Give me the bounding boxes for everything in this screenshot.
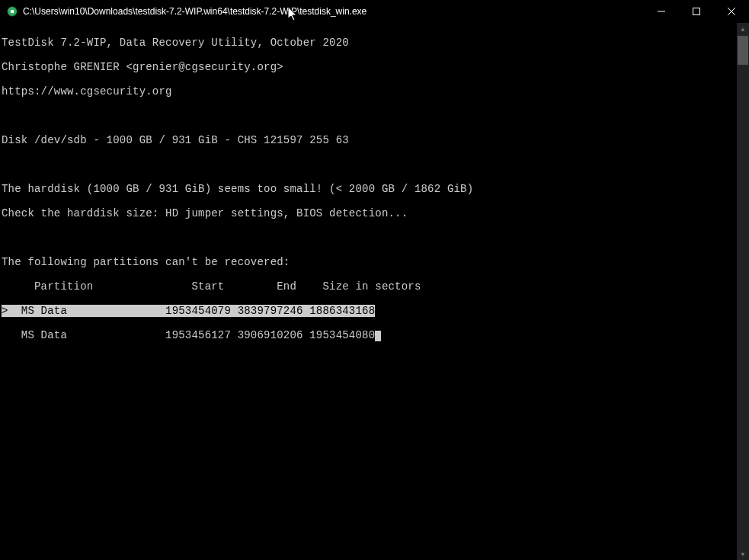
maximize-button[interactable] [679, 0, 714, 23]
partition-row[interactable]: MS Data 1953456127 3906910206 1953454080 [2, 329, 375, 341]
svg-rect-1 [11, 10, 14, 13]
minimize-button[interactable] [644, 0, 679, 23]
text-cursor [375, 331, 381, 341]
titlebar[interactable]: C:\Users\win10\Downloads\testdisk-7.2-WI… [0, 0, 749, 23]
window-controls [644, 0, 749, 23]
scrollbar-thumb[interactable] [738, 36, 748, 65]
disk-info-line: Disk /dev/sdb - 1000 GB / 931 GiB - CHS … [2, 134, 749, 146]
scrollbar-track[interactable]: ▲ ▼ [737, 23, 749, 560]
svg-rect-3 [693, 8, 700, 15]
warning-line-1: The harddisk (1000 GB / 931 GiB) seems t… [2, 183, 749, 195]
partitions-message: The following partitions can't be recove… [2, 256, 749, 268]
close-button[interactable] [714, 0, 749, 23]
warning-line-2: Check the harddisk size: HD jumper setti… [2, 207, 749, 219]
scrollbar-down-arrow[interactable]: ▼ [737, 548, 749, 560]
app-icon [6, 5, 18, 18]
url-line: https://www.cgsecurity.org [2, 85, 749, 98]
author-line: Christophe GRENIER <grenier@cgsecurity.o… [2, 61, 749, 73]
terminal-output: TestDisk 7.2-WIP, Data Recovery Utility,… [0, 23, 749, 560]
app-header-line: TestDisk 7.2-WIP, Data Recovery Utility,… [2, 37, 749, 49]
scrollbar-up-arrow[interactable]: ▲ [737, 23, 749, 35]
partition-row-selected[interactable]: > MS Data 1953454079 3839797246 18863431… [2, 305, 375, 317]
window-title: C:\Users\win10\Downloads\testdisk-7.2-WI… [23, 6, 644, 17]
table-header: Partition Start End Size in sectors [2, 280, 749, 293]
